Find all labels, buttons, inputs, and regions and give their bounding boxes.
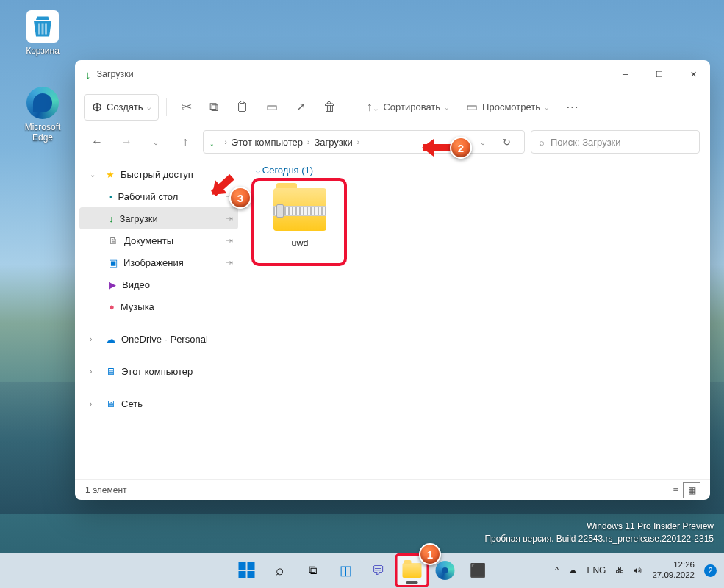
taskview-icon: ⧉	[309, 564, 317, 577]
edge-icon	[435, 561, 454, 580]
more-button[interactable]: ⋯	[559, 94, 586, 121]
search-placeholder: Поиск: Загрузки	[551, 137, 621, 148]
picture-icon: ▣	[109, 257, 118, 268]
sidebar-item-this-pc[interactable]: ›🖥︎Этот компьютер	[79, 360, 238, 382]
search-icon: ⌕	[276, 562, 284, 578]
file-item-uwd[interactable]: uwd	[256, 182, 344, 248]
desktop-icon-recycle-bin[interactable]: Корзина	[15, 10, 71, 56]
zip-folder-icon	[273, 188, 326, 231]
sidebar-item-pictures[interactable]: ▣Изображения📌︎	[79, 251, 238, 273]
annotation-marker-2: 2	[450, 137, 472, 159]
window-title: Загрузки	[97, 69, 134, 79]
file-name: uwd	[256, 238, 344, 248]
delete-button[interactable]: 🗑︎	[316, 94, 343, 121]
edge-icon	[26, 87, 59, 119]
windows-icon	[238, 562, 254, 578]
icons-view-button[interactable]: ▦	[684, 483, 700, 498]
view-icon: ▭	[466, 99, 478, 115]
paste-icon: 📋︎	[236, 100, 248, 115]
sidebar-item-onedrive[interactable]: ›☁OneDrive - Personal	[79, 328, 238, 350]
start-button[interactable]	[232, 556, 261, 585]
view-button[interactable]: ▭Просмотреть⌵	[459, 94, 556, 121]
star-icon: ★	[106, 169, 115, 180]
tray-language[interactable]: ENG	[587, 565, 606, 576]
desktop-icon: ▪	[109, 191, 112, 202]
pin-icon: 📌︎	[223, 234, 235, 246]
taskbar-taskview[interactable]: ⧉	[298, 556, 327, 585]
rename-button[interactable]: ▭	[259, 94, 285, 121]
cut-button[interactable]: ✂	[174, 94, 199, 121]
breadcrumb-downloads[interactable]: Загрузки	[314, 137, 352, 148]
search-icon: ⌕	[539, 137, 545, 148]
taskbar-store[interactable]: ⬛	[463, 556, 492, 585]
tray-notifications[interactable]: 2	[704, 564, 717, 577]
share-button[interactable]: ↗	[288, 94, 313, 121]
sidebar-item-downloads[interactable]: ↓Загрузки📌︎	[79, 207, 238, 229]
sidebar: ⌄★Быстрый доступ ▪Рабочий стол📌︎ ↓Загруз…	[75, 157, 243, 479]
status-bar: 1 элемент ≡ ▦	[75, 479, 710, 500]
tray-chevron[interactable]: ^	[555, 565, 559, 576]
more-icon: ⋯	[566, 99, 578, 115]
cloud-icon: ☁	[106, 334, 115, 345]
video-icon: ▶	[109, 279, 116, 290]
sort-button[interactable]: ↑↓Сортировать⌵	[359, 94, 456, 121]
system-tray: ^ ☁ ENG 🖧︎ 🔊︎ 12:2627.09.2022 2	[555, 560, 717, 581]
taskbar-widgets[interactable]: ◫	[331, 556, 360, 585]
tray-clock[interactable]: 12:2627.09.2022	[652, 560, 695, 581]
search-box[interactable]: ⌕ Поиск: Загрузки	[531, 130, 700, 154]
tray-network-icon[interactable]: 🖧︎	[615, 565, 624, 576]
pc-icon: 🖥︎	[106, 366, 115, 377]
toolbar: ⊕Создать⌵ ✂ ⧉ 📋︎ ▭ ↗ 🗑︎ ↑↓Сортировать⌵ ▭…	[75, 88, 710, 126]
group-header-today[interactable]: ⌵ Сегодня (1)	[256, 165, 697, 176]
details-view-button[interactable]: ≡	[667, 483, 684, 498]
file-explorer-window: ↓ Загрузки ─ ☐ ✕ ⊕Создать⌵ ✂ ⧉ 📋︎ ▭ ↗ 🗑︎…	[75, 60, 710, 500]
close-button[interactable]: ✕	[676, 62, 710, 86]
content-pane[interactable]: ⌵ Сегодня (1) uwd	[243, 157, 710, 479]
store-icon: ⬛	[470, 562, 486, 578]
up-button[interactable]: ↑	[173, 130, 197, 154]
dropdown-button[interactable]: ⌵	[471, 130, 495, 154]
folder-icon	[402, 563, 421, 578]
sidebar-item-documents[interactable]: 🗎Документы📌︎	[79, 229, 238, 251]
nav-row: ← → ⌵ ↑ ↓› Этот компьютер› Загрузки› ⌵ ↻…	[75, 126, 710, 157]
sidebar-item-videos[interactable]: ▶Видео	[79, 273, 238, 295]
annotation-marker-1: 1	[419, 543, 441, 565]
new-button[interactable]: ⊕Создать⌵	[84, 94, 159, 121]
tray-onedrive-icon[interactable]: ☁	[568, 565, 577, 576]
document-icon: 🗎	[109, 235, 118, 246]
trash-icon: 🗑︎	[323, 100, 336, 115]
sidebar-item-music[interactable]: ●Музыка	[79, 295, 238, 318]
chat-icon: 💬︎	[372, 563, 385, 578]
forward-button[interactable]: →	[115, 130, 138, 154]
titlebar[interactable]: ↓ Загрузки ─ ☐ ✕	[75, 60, 710, 88]
taskbar-search[interactable]: ⌕	[265, 556, 294, 585]
download-icon: ↓	[85, 68, 91, 81]
pin-icon: 📌︎	[223, 257, 235, 268]
sidebar-item-network[interactable]: ›🖥︎Сеть	[79, 392, 238, 415]
copy-button[interactable]: ⧉	[202, 94, 226, 121]
taskbar: ⌕ ⧉ ◫ 💬︎ ⬛ ^ ☁ ENG 🖧︎ 🔊︎ 12:2627.09.2022…	[0, 553, 724, 588]
annotation-marker-3: 3	[229, 187, 251, 209]
minimize-button[interactable]: ─	[609, 62, 642, 86]
desktop-icon-edge[interactable]: Microsoft Edge	[15, 87, 71, 143]
scissors-icon: ✂	[182, 99, 192, 115]
download-icon: ↓	[109, 213, 114, 224]
download-icon: ↓	[209, 137, 215, 148]
breadcrumb-pc[interactable]: Этот компьютер	[232, 137, 303, 148]
taskbar-chat[interactable]: 💬︎	[364, 556, 393, 585]
desktop-icon-label: Microsoft Edge	[15, 122, 71, 143]
desktop-icon-label: Корзина	[15, 46, 71, 56]
network-icon: 🖥︎	[106, 398, 115, 409]
sort-icon: ↑↓	[366, 100, 379, 115]
back-button[interactable]: ←	[85, 130, 109, 154]
address-bar[interactable]: ↓› Этот компьютер› Загрузки› ⌵ ↻	[203, 130, 525, 154]
watermark: Windows 11 Pro Insider PreviewПробная ве…	[484, 520, 714, 545]
maximize-button[interactable]: ☐	[642, 62, 676, 86]
widgets-icon: ◫	[340, 562, 352, 578]
status-text: 1 элемент	[85, 485, 127, 495]
tray-volume-icon[interactable]: 🔊︎	[634, 565, 642, 576]
paste-button[interactable]: 📋︎	[229, 94, 256, 121]
copy-icon: ⧉	[209, 100, 218, 115]
refresh-button[interactable]: ↻	[495, 130, 518, 154]
recent-button[interactable]: ⌵	[144, 130, 168, 154]
